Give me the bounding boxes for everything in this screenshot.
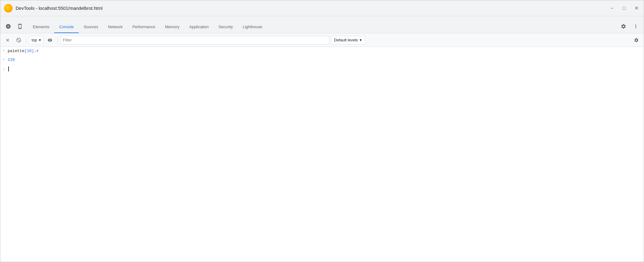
tab-bar-right-tools	[618, 21, 641, 33]
tab-memory[interactable]: Memory	[160, 21, 184, 33]
more-options-button[interactable]	[630, 21, 641, 32]
levels-arrow-icon: ▾	[360, 38, 362, 42]
text-cursor	[8, 66, 9, 71]
devtools-window: DevTools - localhost:5501/mandelbrot.htm…	[0, 0, 644, 262]
tab-performance[interactable]: Performance	[127, 21, 160, 33]
device-toolbar-button[interactable]	[14, 21, 25, 32]
output-arrow-icon: ‹	[3, 57, 8, 61]
devtools-icon	[4, 4, 13, 13]
window-controls: − □ ✕	[608, 5, 640, 12]
levels-label: Default levels	[334, 38, 358, 42]
input-arrow-icon: ›	[3, 48, 8, 52]
maximize-button[interactable]: □	[620, 5, 628, 12]
context-selector[interactable]: top ▾	[29, 36, 44, 44]
console-input-text-1: palette[10].r	[8, 48, 641, 54]
tab-lighthouse[interactable]: Lighthouse	[238, 21, 267, 33]
filter-input[interactable]	[60, 36, 329, 44]
console-current-input-line[interactable]: ›	[0, 65, 644, 73]
svg-line-1	[17, 39, 20, 41]
tab-network[interactable]: Network	[103, 21, 128, 33]
tab-bar-left-tools	[3, 21, 25, 33]
toolbar-divider-2	[57, 37, 58, 43]
live-expressions-button[interactable]	[45, 35, 55, 45]
close-button[interactable]: ✕	[633, 5, 640, 12]
settings-button[interactable]	[618, 21, 629, 32]
console-toolbar: top ▾ Default levels ▾	[0, 33, 644, 47]
context-selector-arrow: ▾	[39, 38, 41, 42]
tab-elements[interactable]: Elements	[28, 21, 54, 33]
console-content: › palette[10].r ‹ 239 ›	[0, 47, 644, 262]
tab-console[interactable]: Console	[54, 21, 79, 33]
tab-security[interactable]: Security	[214, 21, 238, 33]
context-selector-value: top	[32, 38, 37, 42]
current-input-arrow-icon: ›	[3, 67, 8, 71]
tab-bar: Elements Console Sources Network Perform…	[0, 16, 644, 33]
tab-application[interactable]: Application	[184, 21, 214, 33]
minimize-button[interactable]: −	[608, 5, 616, 12]
title-bar: DevTools - localhost:5501/mandelbrot.htm…	[0, 0, 644, 16]
console-output-text-1: 239	[8, 57, 641, 63]
toolbar-divider-1	[26, 37, 26, 43]
tab-sources[interactable]: Sources	[79, 21, 103, 33]
block-icon-button[interactable]	[14, 35, 24, 45]
window-title: DevTools - localhost:5501/mandelbrot.htm…	[16, 6, 608, 11]
console-input-line-1: › palette[10].r	[0, 47, 644, 56]
clear-console-button[interactable]	[3, 35, 13, 45]
inspect-element-button[interactable]	[3, 21, 14, 32]
main-tabs: Elements Console Sources Network Perform…	[28, 21, 618, 33]
console-settings-button[interactable]	[631, 35, 641, 45]
default-levels-button[interactable]: Default levels ▾	[331, 36, 365, 44]
console-output-line-1: ‹ 239	[0, 56, 644, 65]
